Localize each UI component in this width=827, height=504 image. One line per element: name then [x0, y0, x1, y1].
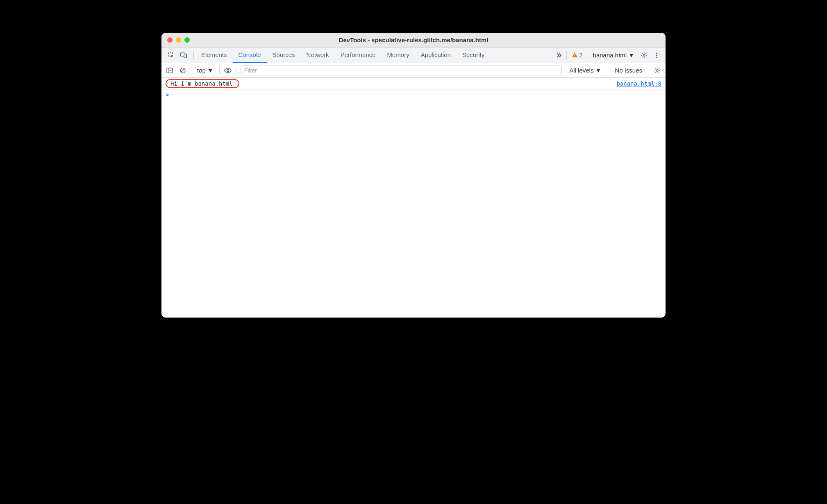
divider	[649, 66, 649, 75]
divider	[566, 51, 567, 59]
divider	[236, 66, 236, 75]
svg-rect-9	[167, 68, 173, 73]
minimize-window-button[interactable]	[176, 37, 181, 43]
svg-rect-4	[575, 56, 575, 57]
divider	[219, 66, 220, 75]
prompt-caret-icon: >	[166, 91, 169, 98]
kebab-menu-icon[interactable]	[651, 50, 662, 61]
console-output: Hi I'm banana.html banana.html:8 >	[161, 78, 666, 318]
svg-point-8	[656, 57, 657, 58]
tab-application[interactable]: Application	[415, 48, 457, 63]
console-prompt[interactable]: >	[161, 90, 666, 100]
warning-count[interactable]: 2	[568, 52, 586, 59]
tab-performance[interactable]: Performance	[335, 48, 382, 63]
more-tabs-icon[interactable]	[553, 50, 565, 61]
svg-rect-3	[575, 54, 575, 56]
tab-elements[interactable]: Elements	[195, 48, 233, 63]
device-toolbar-icon[interactable]	[178, 50, 189, 61]
tabs-bar: Elements Console Sources Network Perform…	[161, 48, 666, 63]
inspect-element-icon[interactable]	[166, 50, 177, 61]
divider	[608, 66, 608, 75]
divider	[191, 66, 191, 75]
svg-point-15	[657, 69, 658, 71]
console-log-row[interactable]: Hi I'm banana.html banana.html:8	[161, 78, 666, 90]
log-message-text: Hi I'm banana.html	[166, 79, 239, 88]
console-settings-icon[interactable]	[652, 65, 663, 76]
chevron-down-icon: ▼	[628, 52, 634, 59]
tabs-right-controls: 2 banana.html ▼	[553, 48, 664, 63]
tab-memory[interactable]: Memory	[382, 48, 415, 63]
divider	[193, 51, 194, 59]
chevron-down-icon: ▼	[595, 67, 601, 74]
clear-console-icon[interactable]	[177, 65, 189, 76]
tabs-left-controls	[163, 48, 192, 63]
tab-network[interactable]: Network	[301, 48, 335, 63]
svg-point-14	[227, 69, 229, 71]
issues-link[interactable]: No Issues	[611, 67, 646, 74]
log-message-cell: Hi I'm banana.html	[166, 79, 616, 88]
svg-point-7	[656, 54, 657, 56]
window-title: DevTools - speculative-rules.glitch.me/b…	[339, 36, 488, 43]
panel-tabs: Elements Console Sources Network Perform…	[195, 48, 490, 63]
log-levels-select[interactable]: All levels ▼	[565, 67, 605, 74]
svg-point-13	[225, 68, 231, 73]
target-label: banana.html	[593, 52, 627, 59]
tab-sources[interactable]: Sources	[267, 48, 301, 63]
svg-rect-2	[184, 54, 186, 58]
titlebar: DevTools - speculative-rules.glitch.me/b…	[161, 33, 666, 48]
log-source-link[interactable]: banana.html:8	[616, 80, 661, 87]
chevron-down-icon: ▼	[207, 67, 214, 74]
maximize-window-button[interactable]	[184, 37, 190, 43]
devtools-window: DevTools - speculative-rules.glitch.me/b…	[161, 33, 666, 318]
filter-input[interactable]	[241, 66, 562, 75]
levels-label: All levels	[569, 67, 593, 74]
settings-icon[interactable]	[638, 50, 650, 61]
svg-point-6	[656, 52, 657, 54]
console-toolbar: top ▼ All levels ▼ No Issues	[161, 63, 666, 78]
close-window-button[interactable]	[167, 37, 173, 43]
window-controls	[161, 37, 190, 43]
context-select[interactable]: top ▼	[194, 67, 217, 74]
warning-count-value: 2	[579, 52, 583, 59]
toggle-sidebar-icon[interactable]	[164, 65, 175, 76]
live-expression-icon[interactable]	[222, 65, 234, 76]
svg-point-5	[643, 54, 645, 56]
tab-security[interactable]: Security	[457, 48, 490, 63]
svg-line-12	[181, 69, 184, 72]
target-select[interactable]: banana.html ▼	[590, 52, 638, 59]
context-label: top	[197, 67, 206, 74]
divider	[588, 51, 588, 59]
tab-console[interactable]: Console	[233, 48, 267, 63]
warning-icon	[572, 52, 578, 58]
